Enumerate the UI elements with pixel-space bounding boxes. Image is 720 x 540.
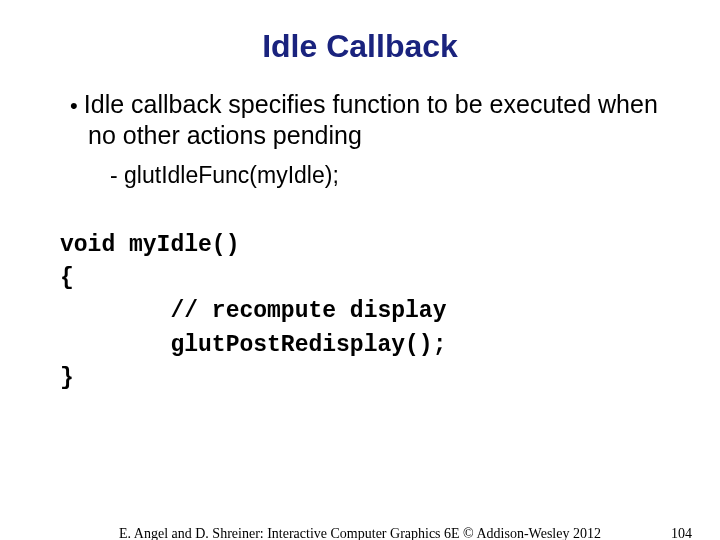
bullet-2-text: glutIdleFunc(myIdle); — [124, 162, 339, 188]
dash-icon: - — [110, 162, 124, 188]
code-block: void myIdle() { // recompute display glu… — [60, 229, 720, 396]
citation-text: E. Angel and D. Shreiner: Interactive Co… — [0, 526, 720, 540]
slide: Idle Callback • Idle callback specifies … — [0, 28, 720, 540]
slide-title: Idle Callback — [0, 28, 720, 65]
bullet-dot-icon: • — [70, 93, 84, 118]
page-number: 104 — [671, 526, 692, 540]
bullet-1-text: Idle callback specifies function to be e… — [84, 90, 658, 149]
bullet-level-1: • Idle callback specifies function to be… — [70, 89, 660, 152]
bullet-level-2: - glutIdleFunc(myIdle); — [110, 162, 720, 189]
